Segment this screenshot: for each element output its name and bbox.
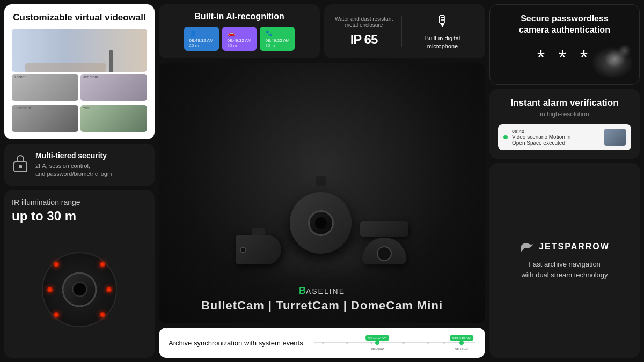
jetsparrow-logo: JETSPARROW [519, 241, 610, 253]
brand-row: BASELINE [299, 285, 345, 297]
ir-led-6 [106, 287, 112, 292]
videowall-card: Customizable virtual videowall Living Ro… [4, 4, 155, 139]
ip-rating: IP 65 [332, 32, 396, 47]
ir-led-2 [100, 262, 105, 267]
bullet-cam-lens [240, 247, 246, 253]
tl-dot-4 [402, 342, 405, 344]
ai-bar-time-1: 08:49:32 AM [189, 38, 214, 43]
ip-right: 🎙 Built-in digitalmicrophone [407, 12, 478, 51]
bullet-cam [236, 235, 281, 264]
cell-label-bedroom: Bedroom [83, 75, 98, 79]
ai-bar-dist-2: 35 m [228, 43, 252, 48]
vw-cell-kitchen: Kitchen [12, 74, 78, 101]
thumb-bg [604, 129, 626, 146]
ai-bar-blue: 👤 08:49:32 AM 25 m [184, 27, 219, 51]
ai-title: Built-in AI-recognition [166, 12, 312, 21]
jetsparrow-bird-icon [519, 241, 535, 253]
jetsparrow-name: JETSPARROW [539, 242, 610, 252]
dome-cam-body [362, 238, 406, 264]
security-text: Multi-tiered security 2FA, session contr… [35, 151, 112, 179]
left-column: Customizable virtual videowall Living Ro… [4, 4, 155, 358]
ai-bars: 👤 08:49:32 AM 25 m 🚗 08:49:32 AM 35 m 🐾 [166, 27, 312, 51]
alarm-green-dot [503, 135, 508, 139]
alarm-verification-card: Instant alarm verification in high-resol… [489, 89, 640, 159]
vw-cell-basement: Basement [12, 105, 78, 132]
ai-bar-time-3: 08:49:32 AM [265, 38, 289, 43]
tl-dot-3 [370, 342, 372, 344]
vw-row3: Basement Yard [12, 105, 147, 132]
ip-description: Water and dust resistantmetal enclosure [332, 16, 396, 28]
dome-cam-container [360, 221, 408, 264]
ir-card: IR illumination range up to 30 m [4, 190, 155, 358]
alarm-title: Instant alarm verification [498, 98, 631, 108]
mid-top-row: Built-in AI-recognition 👤 08:49:32 AM 25… [159, 4, 485, 58]
main-camera-display: BASELINE BulletCam | TurretCam | DomeCam… [159, 63, 485, 323]
tl-dot-5 [427, 342, 429, 344]
ai-bar-time-2: 08:49:32 AM [228, 38, 252, 43]
tl-marker-2: 08:54:10 AM 08:46:10 [459, 341, 464, 345]
ir-led-4 [100, 312, 105, 317]
bullet-cam-mount [252, 228, 265, 235]
vw-top-room: Living Room [12, 29, 147, 72]
dust-cloud [591, 47, 634, 79]
videowall-title: Customizable virtual videowall [12, 12, 147, 24]
alarm-notif-desc: Video scenario Motion inOpen Space execu… [512, 134, 600, 146]
turret-cam-lens-inner [315, 217, 327, 229]
vw-cell-yard: Yard [80, 105, 147, 132]
timeline-line: 04:10:10 AM 08:06:10 08:54:10 AM 08:46:1… [314, 342, 475, 343]
turret-cam-base [314, 186, 327, 191]
ip-left: Water and dust resistantmetal enclosure … [332, 16, 402, 47]
lock-icon [12, 153, 29, 176]
tl-marker-1: 04:10:10 AM 08:06:10 [375, 341, 379, 345]
alarm-subtitle: in high-resolution [498, 110, 631, 118]
ir-led-3 [54, 312, 59, 317]
ir-inner-lens [72, 282, 87, 297]
ai-bar-item-2: 🚗 08:49:32 AM 35 m [222, 27, 257, 51]
jetsparrow-desc: Fast archive navigationwith dual stream … [521, 259, 608, 280]
ir-lens [62, 272, 97, 307]
brand-rest: ASELINE [306, 287, 345, 295]
cell-label-basement: Basement [14, 106, 31, 110]
vw-cell-bedroom: Bedroom [80, 74, 147, 101]
ir-value: up to 30 m [12, 209, 147, 224]
cell-label-yard: Yard [83, 106, 90, 110]
archive-label: Archive synchronization with system even… [169, 339, 303, 347]
alarm-notif-text: 08:42 Video scenario Motion inOpen Space… [512, 129, 600, 146]
ai-bar-green: 🐾 08:49:32 AM 35 m [260, 27, 295, 51]
security-card: Multi-tiered security 2FA, session contr… [4, 144, 155, 186]
ai-bar-dist-1: 25 m [189, 43, 214, 48]
tl-dot-2 [346, 342, 348, 344]
ai-bar-item-3: 🐾 08:49:32 AM 35 m [260, 27, 295, 51]
camera-group [204, 176, 440, 264]
tl-dot-1 [322, 342, 324, 344]
bullet-cam-container [236, 235, 281, 264]
alarm-notif-time: 08:42 [512, 129, 600, 134]
ai-bar-animal-icon: 🐾 [265, 30, 289, 37]
ai-bar-car-icon: 🚗 [228, 30, 252, 37]
ai-bar-person-icon: 👤 [189, 30, 214, 37]
middle-column: Built-in AI-recognition 👤 08:49:32 AM 25… [159, 4, 485, 358]
ai-bar-dist-3: 35 m [265, 43, 289, 48]
ir-visual-container [42, 252, 117, 327]
microphone-icon: 🎙 [407, 12, 478, 30]
archive-card: Archive synchronization with system even… [159, 328, 485, 358]
archive-timeline: 04:10:10 AM 08:06:10 08:54:10 AM 08:46:1… [314, 335, 475, 350]
camera-names: BulletCam | TurretCam | DomeCam Mini [201, 299, 443, 313]
ai-bar-purple: 🚗 08:49:32 AM 35 m [222, 27, 257, 51]
videowall-grid: Living Room Kitchen Bedroom [12, 29, 147, 132]
jetsparrow-card: JETSPARROW Fast archive navigationwith d… [489, 163, 640, 358]
ir-led-5 [47, 287, 53, 292]
security-desc: 2FA, session control,and password/biomet… [35, 162, 112, 179]
ip-mic-card: Water and dust resistantmetal enclosure … [324, 4, 485, 58]
passwordless-card: Secure passwordlesscamera authentication… [489, 4, 640, 85]
alarm-notification: 08:42 Video scenario Motion inOpen Space… [498, 124, 631, 150]
turret-cam [290, 192, 352, 254]
ir-label: IR illumination range [12, 198, 147, 206]
dome-cam-top [360, 221, 408, 237]
room-preview-livingroom [12, 29, 147, 72]
svg-rect-1 [19, 165, 22, 168]
ai-recognition-card: Built-in AI-recognition 👤 08:49:32 AM 25… [159, 4, 320, 58]
passwordless-title: Secure passwordlesscamera authentication [499, 13, 631, 36]
right-column: Secure passwordlesscamera authentication… [489, 4, 640, 358]
dust-particle-2 [618, 44, 631, 57]
